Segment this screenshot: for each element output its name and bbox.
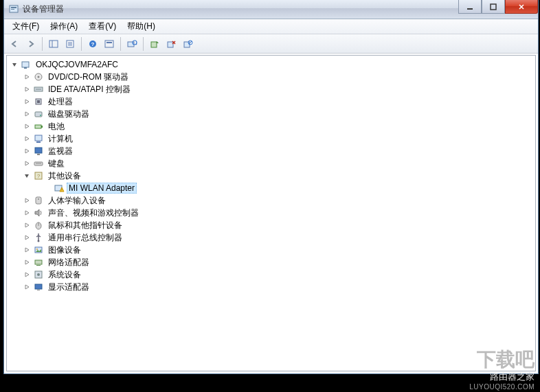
svg-rect-34 (41, 126, 43, 128)
menu-action[interactable]: 操作(A) (45, 19, 83, 34)
expand-icon[interactable] (23, 123, 30, 130)
tree-node[interactable]: DVD/CD-ROM 驱动器 (7, 71, 535, 83)
scan-hardware-button[interactable] (124, 36, 139, 51)
menu-file[interactable]: 文件(F) (7, 19, 45, 34)
expand-icon[interactable] (23, 98, 30, 105)
svg-rect-23 (22, 62, 29, 67)
display-icon (33, 281, 44, 292)
tree-node[interactable]: 键盘 (7, 157, 535, 170)
svg-point-32 (40, 115, 41, 116)
tree-label: 其他设备 (46, 170, 83, 183)
svg-rect-52 (35, 260, 42, 264)
expand-icon[interactable] (23, 111, 30, 117)
separator (120, 37, 121, 51)
monitor-icon (33, 146, 44, 157)
separator (81, 37, 82, 51)
tree-label: 计算机 (46, 132, 75, 146)
system-icon (33, 269, 44, 280)
tree-node[interactable]: 监视器 (7, 145, 535, 157)
tree-label: 电池 (46, 120, 67, 133)
image-icon (33, 244, 44, 255)
expand-icon[interactable] (23, 222, 30, 229)
nav-forward-button[interactable] (23, 36, 38, 51)
tree-label: 声音、视频和游戏控制器 (46, 207, 141, 220)
disk-icon (33, 108, 44, 119)
svg-rect-5 (49, 41, 58, 47)
tree-node[interactable]: 鼠标和其他指针设备 (7, 219, 535, 231)
expand-icon[interactable] (23, 135, 30, 142)
tree-node[interactable]: 显示适配器 (7, 281, 535, 293)
expand-icon[interactable] (23, 73, 30, 80)
expand-icon[interactable] (23, 148, 30, 154)
collapse-icon[interactable] (23, 172, 30, 179)
tree-label: 键盘 (46, 157, 67, 170)
tree-node[interactable]: 磁盘驱动器 (7, 108, 535, 120)
expand-icon[interactable] (23, 160, 30, 167)
collapse-icon[interactable] (11, 61, 18, 68)
computer-icon (33, 133, 44, 144)
tree-child-node[interactable]: !MI WLAN Adapter (7, 182, 535, 194)
keyboard-icon (33, 158, 44, 169)
expand-icon[interactable] (23, 234, 30, 241)
properties-button[interactable] (63, 36, 78, 51)
tree-node[interactable]: 电池 (7, 120, 535, 132)
footer-branding: 路由器之家 LUYOUQI520.COM (469, 371, 535, 391)
tree-root[interactable]: OKJQCJOVMFA2AFC (7, 58, 535, 71)
tree-node[interactable]: 声音、视频和游戏控制器 (7, 207, 535, 219)
tree-node[interactable]: IDE ATA/ATAPI 控制器 (7, 83, 535, 95)
show-hide-tree-button[interactable] (46, 36, 61, 51)
tree-node[interactable]: 系统设备 (7, 268, 535, 281)
svg-rect-37 (35, 148, 42, 153)
tree-node[interactable]: 图像设备 (7, 244, 535, 256)
expand-icon[interactable] (23, 246, 30, 253)
svg-text:?: ? (37, 173, 41, 179)
expand-icon[interactable] (23, 259, 30, 266)
svg-rect-2 (11, 9, 14, 10)
disable-button[interactable] (180, 36, 195, 51)
toolbar: ? (4, 34, 538, 54)
svg-rect-18 (151, 42, 157, 47)
menu-help[interactable]: 帮助(H) (122, 19, 161, 34)
svg-rect-57 (37, 290, 40, 290)
tree-label: MI WLAN Adapter (67, 183, 137, 194)
footer-main: 路由器之家 (469, 371, 535, 383)
menu-view[interactable]: 查看(V) (83, 19, 122, 34)
separator (143, 37, 144, 51)
expand-icon[interactable] (23, 284, 30, 290)
close-button[interactable] (505, 0, 538, 14)
tree-node[interactable]: 处理器 (7, 95, 535, 108)
expand-icon[interactable] (23, 86, 30, 93)
expand-icon[interactable] (23, 197, 30, 204)
tree-label: OKJQCJOVMFA2AFC (34, 59, 120, 70)
warning-icon: ! (54, 183, 65, 194)
other-icon: ? (33, 170, 44, 181)
svg-rect-4 (491, 4, 496, 10)
tree-node[interactable]: ?其他设备 (7, 170, 535, 182)
tree-node[interactable]: 网络适配器 (7, 256, 535, 268)
help-button[interactable]: ? (85, 36, 100, 51)
svg-rect-35 (35, 135, 42, 141)
disc-icon (33, 71, 44, 82)
minimize-button[interactable] (458, 0, 482, 14)
expand-icon[interactable] (23, 271, 30, 278)
uninstall-button[interactable] (164, 36, 179, 51)
cpu-icon (33, 96, 44, 107)
window-buttons (458, 0, 538, 14)
svg-rect-30 (37, 100, 40, 103)
tree-content[interactable]: OKJQCJOVMFA2AFCDVD/CD-ROM 驱动器IDE ATA/ATA… (6, 55, 536, 371)
expand-icon[interactable] (23, 209, 30, 216)
svg-text:?: ? (91, 41, 95, 47)
svg-rect-13 (105, 41, 113, 47)
tree-node[interactable]: 计算机 (7, 132, 535, 145)
svg-point-49 (38, 240, 40, 242)
nav-back-button[interactable] (7, 36, 22, 51)
tree-label: 人体学输入设备 (46, 194, 108, 207)
titlebar[interactable]: 设备管理器 (4, 0, 538, 19)
tree-node[interactable]: 人体学输入设备 (7, 194, 535, 207)
action-button[interactable] (102, 36, 117, 51)
sound-icon (33, 207, 44, 218)
maximize-button[interactable] (482, 0, 505, 14)
update-driver-button[interactable] (147, 36, 162, 51)
tree-node[interactable]: 通用串行总线控制器 (7, 231, 535, 244)
svg-rect-3 (467, 8, 473, 10)
